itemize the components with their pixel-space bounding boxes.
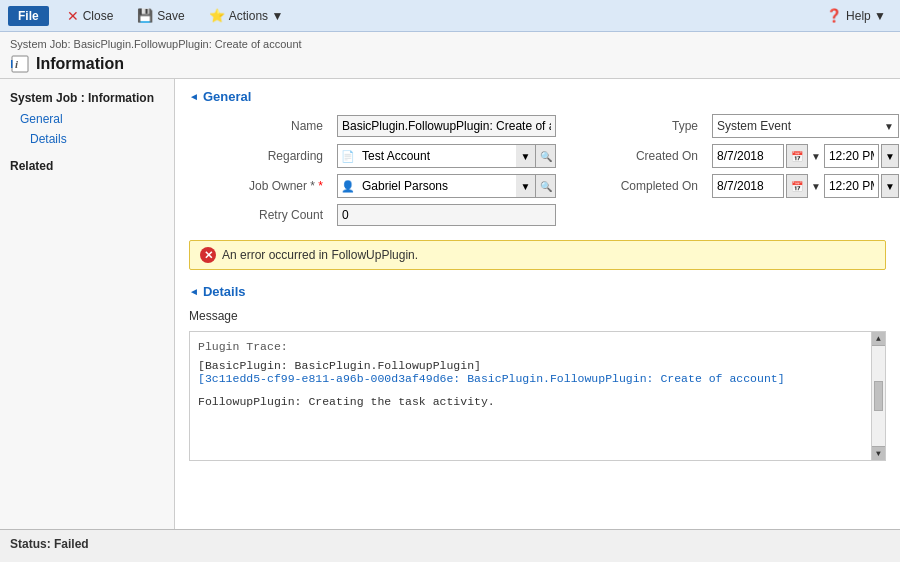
completed-on-time-input[interactable] — [824, 174, 879, 198]
trace-text-4: FollowupPlugin: Creating the task activi… — [198, 395, 495, 408]
error-icon: ✕ — [200, 247, 216, 263]
file-button[interactable]: File — [8, 6, 49, 26]
completed-on-label: Completed On — [564, 179, 704, 193]
job-owner-expand-btn[interactable]: ▼ — [516, 174, 536, 198]
regarding-lookup-btn[interactable]: 🔍 — [536, 144, 556, 168]
trace-link-2[interactable]: [3c11edd5-cf99-e811-a96b-000d3af49d6e: B… — [198, 372, 785, 385]
completed-on-calendar-icon[interactable]: 📅 — [786, 174, 808, 198]
created-on-date-input[interactable] — [712, 144, 784, 168]
details-section-header[interactable]: ◄ Details — [189, 284, 886, 299]
retry-count-field — [337, 204, 556, 226]
regarding-label: Regarding — [189, 149, 329, 163]
actions-button[interactable]: ⭐ Actions ▼ — [203, 6, 290, 25]
sidebar-item-general[interactable]: General — [0, 109, 174, 129]
error-bar: ✕ An error occurred in FollowUpPlugin. — [189, 240, 886, 270]
close-icon: ✕ — [67, 8, 79, 24]
actions-icon: ⭐ — [209, 8, 225, 23]
type-dropdown-icon: ▼ — [884, 121, 894, 132]
close-button[interactable]: ✕ Close — [61, 6, 120, 26]
general-collapse-icon: ◄ — [189, 91, 199, 102]
trace-line4: FollowupPlugin: Creating the task activi… — [198, 395, 877, 408]
general-section-header[interactable]: ◄ General — [189, 89, 886, 104]
type-select[interactable]: System Event ▼ — [712, 114, 899, 138]
status-text: Status: Failed — [10, 537, 89, 551]
created-on-label: Created On — [564, 149, 704, 163]
help-button[interactable]: ❓ Help ▼ — [820, 6, 892, 25]
completed-on-time-dropdown[interactable]: ▼ — [881, 174, 899, 198]
completed-on-dropdown-icon: ▼ — [811, 181, 821, 192]
sidebar: System Job : Information General Details… — [0, 79, 175, 529]
general-form: Name Type System Event ▼ Regarding 📄 ▼ 🔍… — [189, 114, 886, 226]
created-on-calendar-icon[interactable]: 📅 — [786, 144, 808, 168]
name-label: Name — [189, 119, 329, 133]
breadcrumb-text: System Job: BasicPlugin.FollowupPlugin: … — [10, 38, 302, 50]
error-text: An error occurred in FollowUpPlugin. — [222, 248, 418, 262]
page-title: Information — [36, 55, 124, 73]
general-section-label: General — [203, 89, 251, 104]
job-owner-input[interactable] — [358, 174, 516, 198]
scroll-down-btn[interactable]: ▼ — [872, 446, 885, 460]
regarding-doc-icon: 📄 — [337, 144, 358, 168]
help-icon: ❓ — [826, 8, 842, 23]
main-layout: System Job : Information General Details… — [0, 79, 900, 529]
job-owner-label: Job Owner * — [189, 179, 329, 193]
name-field — [337, 115, 556, 137]
status-bar: Status: Failed — [0, 529, 900, 557]
created-on-time-dropdown[interactable]: ▼ — [881, 144, 899, 168]
trace-box: Plugin Trace: [BasicPlugin: BasicPlugin.… — [189, 331, 886, 461]
message-label: Message — [189, 309, 886, 323]
job-owner-field: 👤 ▼ 🔍 — [337, 174, 556, 198]
retry-count-input[interactable] — [337, 204, 556, 226]
trace-header: Plugin Trace: — [198, 340, 877, 353]
created-on-dropdown-icon: ▼ — [811, 151, 821, 162]
job-owner-lookup-btn[interactable]: 🔍 — [536, 174, 556, 198]
details-section-label: Details — [203, 284, 246, 299]
page-heading: i Information — [10, 54, 890, 74]
created-on-field: 📅 ▼ ▼ — [712, 144, 899, 168]
sidebar-item-details[interactable]: Details — [0, 129, 174, 149]
type-value: System Event — [717, 119, 791, 133]
trace-text-1: [BasicPlugin: BasicPlugin.FollowupPlugin… — [198, 359, 481, 372]
completed-on-field: 📅 ▼ ▼ — [712, 174, 899, 198]
type-label: Type — [564, 119, 704, 133]
content-area: ◄ General Name Type System Event ▼ Regar… — [175, 79, 900, 529]
completed-on-date-input[interactable] — [712, 174, 784, 198]
details-collapse-icon: ◄ — [189, 286, 199, 297]
breadcrumb-bar: System Job: BasicPlugin.FollowupPlugin: … — [0, 32, 900, 79]
trace-scrollbar[interactable]: ▲ ▼ — [871, 332, 885, 460]
breadcrumb: System Job: BasicPlugin.FollowupPlugin: … — [10, 38, 890, 50]
regarding-field: 📄 ▼ 🔍 — [337, 144, 556, 168]
information-icon: i — [10, 54, 30, 74]
sidebar-section-title: System Job : Information — [0, 87, 174, 109]
save-button[interactable]: 💾 Save — [131, 6, 190, 25]
regarding-input[interactable] — [358, 144, 516, 168]
scroll-up-btn[interactable]: ▲ — [872, 332, 885, 346]
sidebar-related-label: Related — [0, 149, 174, 177]
scroll-thumb[interactable] — [874, 381, 883, 411]
toolbar: File ✕ Close 💾 Save ⭐ Actions ▼ ❓ Help ▼ — [0, 0, 900, 32]
regarding-expand-btn[interactable]: ▼ — [516, 144, 536, 168]
trace-line2: [3c11edd5-cf99-e811-a96b-000d3af49d6e: B… — [198, 372, 877, 385]
job-owner-person-icon: 👤 — [337, 174, 358, 198]
retry-count-label: Retry Count — [189, 208, 329, 222]
name-input[interactable] — [337, 115, 556, 137]
save-icon: 💾 — [137, 8, 153, 23]
created-on-time-input[interactable] — [824, 144, 879, 168]
trace-line1: [BasicPlugin: BasicPlugin.FollowupPlugin… — [198, 359, 877, 372]
